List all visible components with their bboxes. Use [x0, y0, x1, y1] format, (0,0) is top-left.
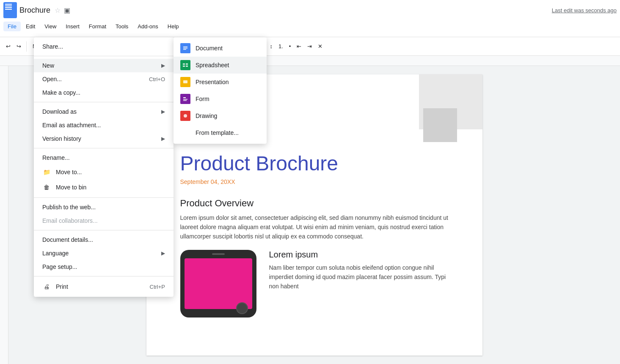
phone-notch [212, 253, 225, 255]
file-menu-download[interactable]: Download as ▶ [34, 105, 174, 118]
divider1 [34, 56, 174, 56]
section1-title: Product Overview [180, 198, 449, 209]
print-shortcut: Ctrl+P [150, 284, 165, 290]
svg-rect-6 [186, 63, 188, 65]
svg-point-16 [184, 114, 187, 118]
file-menu-open[interactable]: Open... Ctrl+O [34, 72, 174, 86]
moveto-label: Move to... [56, 169, 82, 175]
top-bar: Brochure ☆ ▣ Last edit was seconds ago F… [0, 0, 620, 37]
print-icon: 🖨 [42, 282, 51, 291]
bullet-list-button[interactable]: • [287, 41, 294, 51]
version-arrow-icon: ▶ [161, 136, 165, 142]
movebin-label: Move to bin [56, 184, 86, 191]
new-document-item[interactable]: Document [174, 40, 267, 57]
divider2 [34, 102, 174, 102]
bin-icon: 🗑 [42, 183, 51, 192]
new-spreadsheet-item[interactable]: Spreadsheet [174, 57, 267, 74]
file-menu-copy[interactable]: Make a copy... [34, 86, 174, 99]
svg-rect-1 [183, 47, 187, 47]
new-form-item[interactable]: Form [174, 90, 267, 107]
file-menu-language[interactable]: Language ▶ [34, 246, 174, 260]
menu-insert[interactable]: Insert [61, 22, 84, 31]
menu-file[interactable]: File [3, 22, 21, 31]
line-spacing-button[interactable]: ↕ [267, 41, 275, 51]
file-menu-moveto[interactable]: 📁 Move to... [34, 164, 174, 180]
divider3 [34, 148, 174, 148]
share-label: Share... [42, 43, 165, 50]
indent-increase-button[interactable]: ⇥ [305, 41, 314, 51]
star-icon[interactable]: ☆ [55, 6, 61, 14]
menu-view[interactable]: View [40, 22, 61, 31]
phone-screen [185, 258, 252, 309]
title-row: Brochure ☆ ▣ Last edit was seconds ago [3, 2, 617, 19]
file-menu-movebin[interactable]: 🗑 Move to bin [34, 180, 174, 195]
language-arrow-icon: ▶ [161, 250, 165, 256]
document-title: Brochure [19, 6, 50, 15]
divider4 [34, 197, 174, 198]
new-spreadsheet-label: Spreadsheet [196, 62, 229, 68]
publish-label: Publish to the web... [42, 204, 165, 211]
bottom-section: Lorem ipsum Nam liber tempor cum soluta … [180, 250, 449, 317]
folder-icon[interactable]: ▣ [64, 6, 70, 14]
numbered-list-button[interactable]: 1. [276, 41, 286, 51]
new-template-label: From template... [196, 129, 239, 136]
movebin-content: 🗑 Move to bin [42, 183, 86, 192]
phone-mockup [180, 250, 256, 317]
file-menu-dropdown: Share... New ▶ Open... Ctrl+O Make a cop… [34, 37, 174, 297]
open-shortcut: Ctrl+O [149, 76, 165, 82]
menu-tools[interactable]: Tools [111, 22, 132, 31]
moveto-content: 📁 Move to... [42, 168, 82, 176]
phone-camera [236, 302, 248, 314]
menu-format[interactable]: Format [85, 22, 110, 31]
presentation-icon [180, 77, 190, 87]
file-menu-email[interactable]: Email as attachment... [34, 118, 174, 132]
file-menu-rename[interactable]: Rename... [34, 151, 174, 164]
decorative-shapes [398, 74, 482, 159]
new-submenu-dropdown: Document Spreadsheet Presentation Form D… [174, 37, 267, 144]
file-menu-publish[interactable]: Publish to the web... [34, 200, 174, 214]
file-menu-version[interactable]: Version history ▶ [34, 132, 174, 145]
svg-rect-8 [186, 66, 188, 67]
new-presentation-label: Presentation [196, 79, 229, 85]
redo-button[interactable]: ↪ [14, 41, 24, 51]
version-label: Version history [42, 135, 161, 142]
menu-help[interactable]: Help [163, 22, 183, 31]
form-icon [180, 94, 190, 104]
copy-label: Make a copy... [42, 89, 165, 96]
open-label: Open... [42, 76, 149, 82]
svg-rect-2 [183, 48, 187, 49]
last-edit-status: Last edit was seconds ago [552, 7, 617, 14]
emailcollab-label: Email collaborators... [42, 217, 165, 224]
download-arrow-icon: ▶ [161, 109, 165, 115]
file-menu-share[interactable]: Share... [34, 40, 174, 53]
file-menu-docdetails[interactable]: Document details... [34, 233, 174, 246]
new-form-label: Form [196, 96, 209, 102]
download-label: Download as [42, 108, 161, 115]
print-content: 🖨 Print [42, 282, 68, 291]
menu-edit[interactable]: Edit [22, 22, 39, 31]
section1-body: Lorem ipsum dolor sit amet, consectetuer… [180, 213, 449, 241]
undo-button[interactable]: ↩ [3, 41, 13, 51]
deco-rect2 [423, 108, 457, 142]
language-label: Language [42, 250, 161, 257]
menu-addons[interactable]: Add-ons [133, 22, 162, 31]
lorem-section: Lorem ipsum Nam liber tempor cum soluta … [269, 250, 449, 317]
file-menu-print[interactable]: 🖨 Print Ctrl+P [34, 279, 174, 294]
divider5 [34, 230, 174, 230]
clear-format-button[interactable]: ✕ [315, 41, 325, 51]
file-menu-pagesetup[interactable]: Page setup... [34, 260, 174, 274]
new-template-item[interactable]: From template... [174, 124, 267, 141]
indent-decrease-button[interactable]: ⇤ [294, 41, 304, 51]
file-menu-new[interactable]: New ▶ [34, 59, 174, 72]
lorem-title: Lorem ipsum [269, 250, 449, 260]
email-label: Email as attachment... [42, 122, 165, 129]
file-menu-emailcollab: Email collaborators... [34, 214, 174, 227]
doc-app-icon [3, 2, 17, 18]
drawing-icon [180, 111, 190, 121]
new-presentation-item[interactable]: Presentation [174, 74, 267, 90]
svg-rect-7 [183, 66, 185, 67]
print-label: Print [56, 283, 68, 290]
docdetails-label: Document details... [42, 236, 165, 243]
new-drawing-item[interactable]: Drawing [174, 107, 267, 124]
left-ruler [0, 66, 8, 364]
